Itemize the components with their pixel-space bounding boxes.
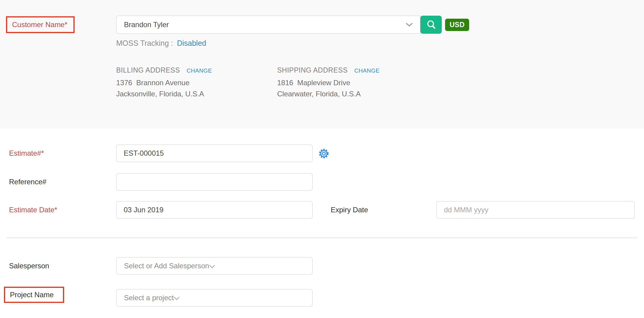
expiry-date-input[interactable] — [436, 201, 635, 219]
shipping-address-line1: 1816 Mapleview Drive — [277, 77, 380, 88]
shipping-address-line2: Clearwater, Florida, U.S.A — [277, 88, 380, 99]
salesperson-label: Salesperson — [9, 257, 49, 275]
estimate-form-page: Customer Name* Brandon Tyler USD MOSS Tr… — [0, 0, 644, 318]
search-icon — [426, 20, 436, 30]
customer-panel: Customer Name* Brandon Tyler USD MOSS Tr… — [0, 0, 644, 129]
reference-number-input[interactable] — [116, 173, 313, 191]
chevron-down-icon — [209, 262, 215, 270]
moss-tracking-status-link[interactable]: Disabled — [177, 39, 206, 47]
chevron-down-icon — [406, 23, 413, 27]
project-select[interactable]: Select a project — [116, 289, 313, 307]
section-divider — [7, 237, 637, 238]
billing-address-header: BILLING ADDRESS — [116, 66, 180, 74]
gear-icon — [318, 156, 330, 161]
currency-badge: USD — [445, 19, 469, 31]
billing-address-line1: 1376 Brannon Avenue — [116, 77, 212, 88]
moss-tracking-label: MOSS Tracking : — [116, 39, 173, 47]
shipping-address-header: SHIPPING ADDRESS — [277, 66, 348, 74]
moss-tracking-row: MOSS Tracking : Disabled — [116, 39, 206, 48]
estimate-number-input[interactable] — [116, 145, 313, 162]
project-name-annotation-box: Project Name — [4, 287, 64, 303]
billing-address-block: BILLING ADDRESS CHANGE 1376 Brannon Aven… — [116, 66, 212, 99]
currency-code: USD — [450, 21, 465, 29]
reference-number-label: Reference# — [9, 173, 46, 191]
estimate-number-settings-button[interactable] — [318, 148, 330, 160]
customer-name-value: Brandon Tyler — [124, 20, 169, 29]
estimate-date-label: Estimate Date* — [9, 201, 57, 219]
customer-name-select[interactable]: Brandon Tyler — [116, 16, 420, 34]
expiry-date-label: Expiry Date — [331, 201, 368, 219]
estimate-date-input[interactable] — [116, 201, 313, 219]
project-select-value: Select a project — [124, 294, 174, 302]
customer-search-button[interactable] — [420, 16, 442, 34]
customer-name-annotation-box: Customer Name* — [6, 16, 75, 33]
chevron-down-icon — [174, 294, 180, 302]
customer-name-label: Customer Name* — [12, 20, 67, 29]
shipping-address-change-link[interactable]: CHANGE — [354, 67, 379, 74]
salesperson-select[interactable]: Select or Add Salesperson — [116, 257, 313, 275]
project-name-label: Project Name — [10, 291, 54, 299]
shipping-address-block: SHIPPING ADDRESS CHANGE 1816 Mapleview D… — [277, 66, 380, 99]
billing-address-line2: Jacksonville, Florida, U.S.A — [116, 88, 212, 99]
estimate-number-label: Estimate#* — [9, 145, 44, 162]
billing-address-change-link[interactable]: CHANGE — [187, 67, 212, 74]
salesperson-select-value: Select or Add Salesperson — [124, 262, 209, 270]
